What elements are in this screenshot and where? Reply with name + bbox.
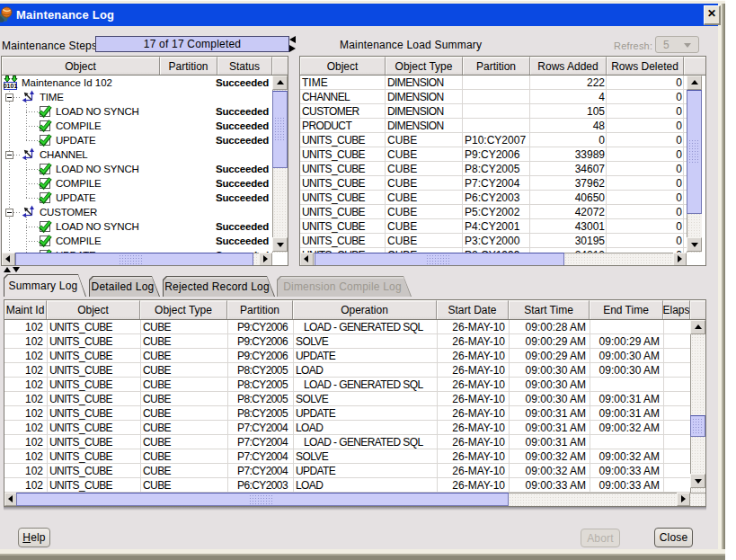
svg-text:0101: 0101 [4,83,18,89]
